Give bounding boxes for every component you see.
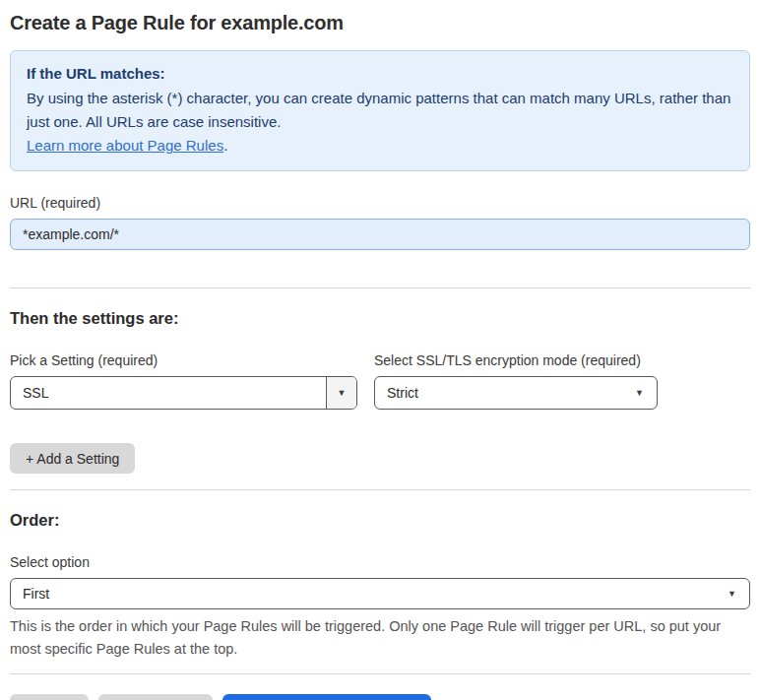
cancel-button[interactable]: Cancel (10, 694, 89, 700)
learn-more-link[interactable]: Learn more about Page Rules (27, 137, 223, 154)
settings-section-heading: Then the settings are: (10, 309, 750, 328)
setting-picker-value: SSL (11, 385, 326, 401)
section-divider (10, 673, 750, 674)
url-matches-info-box: If the URL matches: By using the asteris… (10, 50, 750, 171)
chevron-down-icon: ▼ (338, 389, 347, 398)
page-title: Create a Page Rule for example.com (10, 12, 750, 34)
save-and-deploy-button[interactable]: Save and Deploy Page Rule (222, 694, 431, 700)
section-divider (10, 489, 750, 490)
info-box-link-line: Learn more about Page Rules. (27, 134, 733, 158)
setting-picker-arrow-button[interactable]: ▼ (326, 377, 356, 409)
save-as-draft-button[interactable]: Save as Draft (98, 694, 214, 700)
order-help-text: This is the order in which your Page Rul… (10, 615, 743, 661)
mode-picker-label: Select SSL/TLS encryption mode (required… (374, 352, 658, 368)
url-field-label: URL (required) (10, 195, 750, 211)
setting-picker-column: Pick a Setting (required) SSL ▼ (10, 352, 357, 410)
order-select-label: Select option (10, 554, 750, 570)
order-select[interactable]: First ▼ (10, 578, 750, 609)
mode-picker-column: Select SSL/TLS encryption mode (required… (374, 352, 658, 410)
order-section-heading: Order: (10, 511, 750, 530)
settings-row: Pick a Setting (required) SSL ▼ Select S… (10, 352, 750, 410)
link-period: . (223, 137, 227, 154)
create-page-rule-form: Create a Page Rule for example.com If th… (0, 0, 760, 700)
chevron-down-icon: ▼ (728, 590, 736, 599)
info-box-heading: If the URL matches: (27, 62, 733, 86)
setting-picker-select[interactable]: SSL ▼ (10, 376, 357, 410)
chevron-down-icon: ▼ (635, 389, 644, 398)
info-box-body: By using the asterisk (*) character, you… (27, 87, 733, 134)
add-setting-button[interactable]: + Add a Setting (10, 443, 135, 474)
footer-actions: Cancel Save as Draft Save and Deploy Pag… (10, 694, 750, 700)
setting-picker-label: Pick a Setting (required) (10, 352, 357, 368)
mode-picker-value: Strict (375, 385, 657, 401)
url-input[interactable] (10, 219, 750, 250)
mode-picker-select[interactable]: Strict ▼ (374, 376, 658, 410)
section-divider (10, 287, 750, 288)
order-select-value: First (11, 586, 749, 602)
